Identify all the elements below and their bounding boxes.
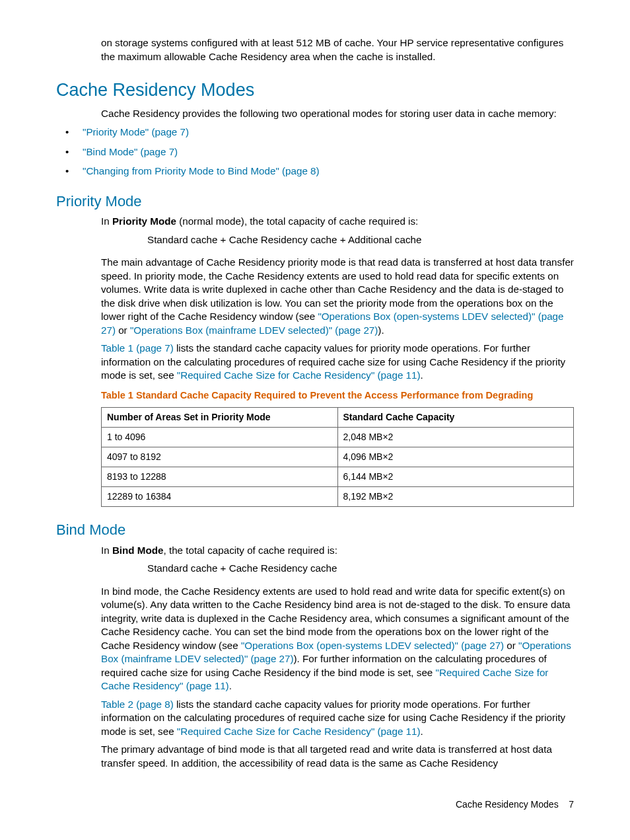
link-bind-mode[interactable]: "Bind Mode" (page 7) — [83, 146, 178, 157]
link-priority-mode[interactable]: "Priority Mode" (page 7) — [83, 126, 189, 137]
cell: 12289 to 16384 — [102, 487, 338, 507]
footer-section: Cache Residency Modes — [456, 799, 559, 810]
text: . — [421, 369, 423, 381]
text: . — [421, 726, 423, 737]
text: In — [101, 545, 112, 556]
page-footer: Cache Residency Modes 7 — [456, 798, 574, 811]
text: . — [229, 680, 232, 691]
table-1: Number of Areas Set in Priority Mode Sta… — [101, 407, 574, 506]
priority-formula: Standard cache + Cache Residency cache +… — [147, 233, 574, 247]
priority-description: The main advantage of Cache Residency pr… — [101, 256, 574, 337]
modes-list: "Priority Mode" (page 7) "Bind Mode" (pa… — [56, 126, 574, 178]
bind-table-ref: Table 2 (page 8) lists the standard cach… — [101, 698, 574, 739]
table-row: 12289 to 163848,192 MB×2 — [102, 487, 574, 507]
cell: 8,192 MB×2 — [337, 487, 574, 507]
text: or — [116, 325, 130, 336]
cell: 8193 to 12288 — [102, 467, 338, 487]
cell: 1 to 4096 — [102, 428, 338, 447]
link-table-2[interactable]: Table 2 (page 8) — [101, 699, 174, 710]
text: ). — [378, 325, 384, 336]
bind-intro: In Bind Mode, the total capacity of cach… — [101, 544, 574, 558]
table-row: 4097 to 81924,096 MB×2 — [102, 447, 574, 467]
text: In — [101, 215, 112, 227]
link-table-1[interactable]: Table 1 (page 7) — [101, 342, 174, 354]
link-required-cache-size[interactable]: "Required Cache Size for Cache Residency… — [177, 369, 421, 381]
bind-description: In bind mode, the Cache Residency extent… — [101, 585, 574, 693]
text: , the total capacity of cache required i… — [164, 545, 337, 556]
footer-page-number: 7 — [569, 799, 574, 810]
priority-table-ref: Table 1 (page 7) lists the standard cach… — [101, 342, 574, 383]
list-item: "Changing from Priority Mode to Bind Mod… — [56, 165, 574, 178]
priority-intro: In Priority Mode (normal mode), the tota… — [101, 215, 574, 229]
heading-bind-mode: Bind Mode — [56, 520, 574, 540]
text: (normal mode), the total capacity of cac… — [176, 215, 418, 227]
cell: 4,096 MB×2 — [337, 447, 574, 467]
priority-mode-bold: Priority Mode — [112, 215, 176, 227]
cell: 6,144 MB×2 — [337, 467, 574, 487]
link-ops-box-open-2[interactable]: "Operations Box (open-systems LDEV selec… — [241, 640, 504, 651]
intro-continuation: on storage systems configured with at le… — [101, 36, 574, 63]
link-ops-box-mainframe[interactable]: "Operations Box (mainframe LDEV selected… — [130, 325, 378, 336]
link-changing-mode[interactable]: "Changing from Priority Mode to Bind Mod… — [83, 165, 320, 176]
list-item: "Bind Mode" (page 7) — [56, 145, 574, 159]
table-header: Number of Areas Set in Priority Mode — [102, 408, 338, 428]
cell: 4097 to 8192 — [102, 447, 338, 467]
heading-priority-mode: Priority Mode — [56, 192, 574, 211]
cell: 2,048 MB×2 — [337, 428, 574, 447]
text: or — [504, 640, 518, 651]
table-row: 8193 to 122886,144 MB×2 — [102, 467, 574, 487]
list-item: "Priority Mode" (page 7) — [56, 126, 574, 139]
link-required-cache-size-3[interactable]: "Required Cache Size for Cache Residency… — [177, 726, 421, 737]
bind-mode-bold: Bind Mode — [112, 545, 164, 556]
heading-cache-residency-modes: Cache Residency Modes — [56, 78, 574, 102]
table-1-caption: Table 1 Standard Cache Capacity Required… — [101, 389, 574, 402]
table-header: Standard Cache Capacity — [337, 408, 574, 428]
bind-advantage: The primary advantage of bind mode is th… — [101, 743, 574, 770]
bind-formula: Standard cache + Cache Residency cache — [147, 562, 574, 576]
table-row: 1 to 40962,048 MB×2 — [102, 428, 574, 447]
modes-intro: Cache Residency provides the following t… — [101, 107, 574, 121]
